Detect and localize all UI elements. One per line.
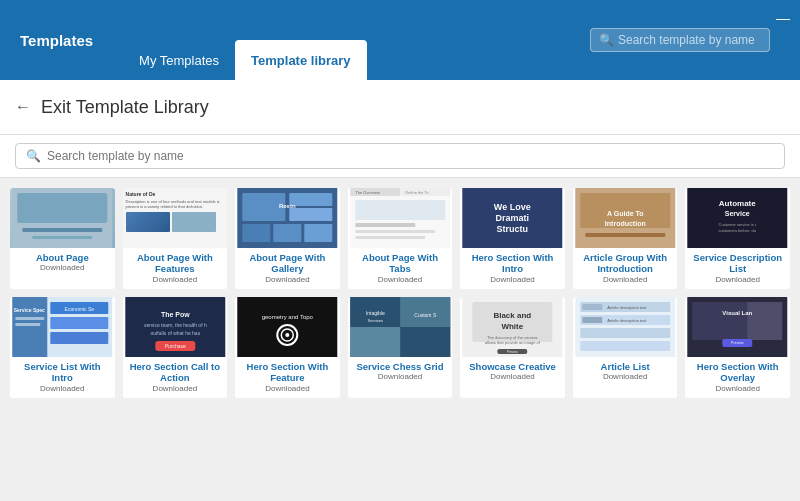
thumb-showcase: Black and White The discovery of the cam… xyxy=(460,297,565,357)
tab-template-library[interactable]: Template library xyxy=(235,40,366,80)
thumb-service-chess: Intagible Services Custom S xyxy=(348,297,453,357)
svg-rect-78 xyxy=(582,317,602,323)
svg-rect-59 xyxy=(400,327,450,357)
svg-rect-50 xyxy=(237,297,337,357)
svg-rect-9 xyxy=(273,224,301,242)
template-status-about-gallery: Downloaded xyxy=(239,275,336,287)
template-status-service-list: Downloaded xyxy=(14,384,111,396)
svg-point-54 xyxy=(285,333,289,337)
template-info-article-group: Article Group With Introduction Download… xyxy=(573,248,678,289)
inner-search-box[interactable]: 🔍 xyxy=(15,143,785,169)
svg-text:Introduction: Introduction xyxy=(605,220,646,227)
svg-text:Preview: Preview xyxy=(507,350,519,354)
tab-my-templates[interactable]: My Templates xyxy=(123,40,235,80)
svg-text:Structu: Structu xyxy=(497,224,529,234)
svg-rect-42 xyxy=(50,317,108,329)
svg-rect-76 xyxy=(582,304,602,310)
exit-title: Exit Template Library xyxy=(41,97,209,118)
thumb-about-features: Nature of De Description is one of four … xyxy=(123,188,228,248)
template-status-article-list: Downloaded xyxy=(577,372,674,384)
template-info-showcase: Showcase Creative Downloaded xyxy=(460,357,565,386)
template-showcase[interactable]: Black and White The discovery of the cam… xyxy=(460,297,565,398)
svg-text:allows that provide an image o: allows that provide an image of xyxy=(485,340,541,345)
thumb-about-page xyxy=(10,188,115,248)
template-name-about-features: About Page With Features xyxy=(127,252,224,275)
template-info-hero-overlay: Hero Section With Overlay Downloaded xyxy=(685,357,790,398)
template-info-about-tabs: About Page With Tabs Downloaded xyxy=(348,248,453,289)
templates-container: About Page Downloaded Nature of De Descr… xyxy=(0,178,800,501)
minimize-button[interactable]: — xyxy=(776,10,790,26)
template-name-hero-intro: Hero Section With Intro xyxy=(464,252,561,275)
template-about-tabs[interactable]: The Overview Define the To About Page Wi… xyxy=(348,188,453,289)
template-info-service-desc: Service Description List Downloaded xyxy=(685,248,790,289)
template-about-features[interactable]: Nature of De Description is one of four … xyxy=(123,188,228,289)
templates-grid-row1: About Page Downloaded Nature of De Descr… xyxy=(10,188,790,398)
svg-rect-7 xyxy=(289,208,332,221)
thumb-article-group: A Guide To Introduction xyxy=(573,188,678,248)
template-name-article-list: Article List xyxy=(577,361,674,372)
svg-text:Customer service is t: Customer service is t xyxy=(719,222,757,227)
nav-tabs: My Templates Template library xyxy=(123,0,366,80)
template-name-showcase: Showcase Creative xyxy=(464,361,561,372)
template-name-service-list: Service List With Intro xyxy=(14,361,111,384)
template-status-about-tabs: Downloaded xyxy=(352,275,449,287)
inner-search-bar: 🔍 xyxy=(0,135,800,178)
top-navigation: Templates My Templates Template library … xyxy=(0,0,800,80)
header-search-input[interactable] xyxy=(618,33,761,47)
template-service-desc[interactable]: Automate Service Customer service is t c… xyxy=(685,188,790,289)
template-article-list[interactable]: Article description text Article descrip… xyxy=(573,297,678,398)
svg-rect-38 xyxy=(15,317,44,320)
svg-rect-17 xyxy=(355,200,445,220)
template-hero-feature[interactable]: geometry and Topo Hero Section With Feat… xyxy=(235,297,340,398)
svg-rect-83 xyxy=(748,302,783,340)
nav-left: Templates My Templates Template library xyxy=(10,0,367,80)
template-status-service-desc: Downloaded xyxy=(689,275,786,287)
svg-text:Services: Services xyxy=(367,318,382,323)
svg-rect-20 xyxy=(355,236,425,239)
template-name-article-group: Article Group With Introduction xyxy=(577,252,674,275)
thumb-hero-intro: We Love Dramati Structu xyxy=(460,188,565,248)
template-about-page[interactable]: About Page Downloaded xyxy=(10,188,115,289)
svg-text:Intagible: Intagible xyxy=(366,310,385,316)
svg-text:We Love: We Love xyxy=(494,202,531,212)
thumb-about-gallery: Restn xyxy=(235,188,340,248)
svg-text:Purchase: Purchase xyxy=(164,343,185,349)
template-article-group[interactable]: A Guide To Introduction Article Group Wi… xyxy=(573,188,678,289)
template-about-gallery[interactable]: Restn About Page With Gallery Downloaded xyxy=(235,188,340,289)
template-hero-overlay[interactable]: Visual Lan Preview Hero Section With Ove… xyxy=(685,297,790,398)
template-info-article-list: Article List Downloaded xyxy=(573,357,678,386)
svg-text:The Overview: The Overview xyxy=(355,190,380,195)
template-service-list[interactable]: Service Spec Economic Se Service List Wi… xyxy=(10,297,115,398)
svg-text:Restn: Restn xyxy=(279,203,296,209)
svg-text:The Pow: The Pow xyxy=(160,311,189,318)
template-info-service-list: Service List With Intro Downloaded xyxy=(10,357,115,398)
template-hero-intro[interactable]: We Love Dramati Structu Hero Section Wit… xyxy=(460,188,565,289)
header-search-icon: 🔍 xyxy=(599,33,614,47)
template-name-service-desc: Service Description List xyxy=(689,252,786,275)
svg-rect-36 xyxy=(12,297,47,357)
template-info-service-chess: Service Chess Grid Downloaded xyxy=(348,357,453,386)
svg-text:geometry and Topo: geometry and Topo xyxy=(262,314,314,320)
svg-text:customers before, du: customers before, du xyxy=(719,228,757,233)
template-info-about-gallery: About Page With Gallery Downloaded xyxy=(235,248,340,289)
template-name-hero-feature: Hero Section With Feature xyxy=(239,361,336,384)
inner-search-input[interactable] xyxy=(47,149,774,163)
thumb-service-list: Service Spec Economic Se xyxy=(10,297,115,357)
svg-text:Preview: Preview xyxy=(731,341,744,345)
back-arrow-icon[interactable]: ← xyxy=(15,98,31,116)
template-info-about-page: About Page Downloaded xyxy=(10,248,115,277)
svg-text:outfalls of what he has: outfalls of what he has xyxy=(150,330,200,336)
template-service-chess[interactable]: Intagible Services Custom S Service Ches… xyxy=(348,297,453,398)
svg-rect-18 xyxy=(355,223,415,227)
template-hero-cta[interactable]: The Pow service team, the health of h ou… xyxy=(123,297,228,398)
svg-text:White: White xyxy=(502,322,524,331)
svg-rect-30 xyxy=(688,188,788,248)
svg-rect-29 xyxy=(585,233,665,237)
thumb-hero-overlay: Visual Lan Preview xyxy=(685,297,790,357)
svg-rect-39 xyxy=(15,323,40,326)
inner-search-icon: 🔍 xyxy=(26,149,41,163)
header-search-box[interactable]: 🔍 xyxy=(590,28,770,52)
app-title-wrap: Templates xyxy=(10,0,123,80)
svg-rect-19 xyxy=(355,230,435,233)
svg-text:Service Spec: Service Spec xyxy=(14,307,45,313)
